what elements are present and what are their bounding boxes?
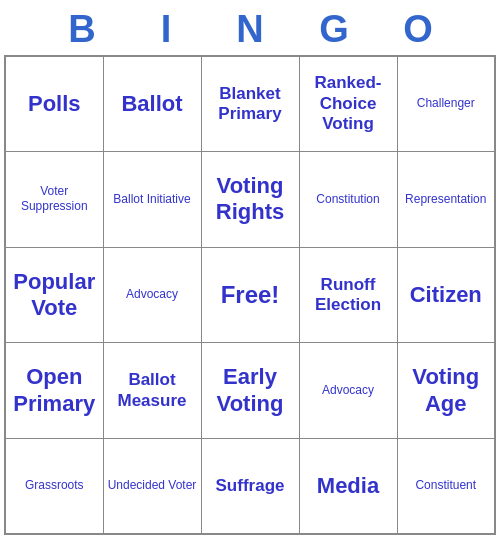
grid-cell-2-0: Popular Vote [5,247,103,343]
letter-n: N [208,8,292,51]
grid-cell-1-4: Representation [397,152,495,248]
grid-cell-3-1: Ballot Measure [103,343,201,439]
grid-cell-1-3: Constitution [299,152,397,248]
grid-cell-1-2: Voting Rights [201,152,299,248]
grid-cell-3-3: Advocacy [299,343,397,439]
grid-cell-4-2: Suffrage [201,438,299,534]
grid-cell-2-1: Advocacy [103,247,201,343]
letter-b: B [40,8,124,51]
grid-cell-4-4: Constituent [397,438,495,534]
grid-cell-0-0: Polls [5,56,103,152]
grid-cell-2-4: Citizen [397,247,495,343]
bingo-grid: PollsBallotBlanket PrimaryRanked-Choice … [4,55,496,535]
grid-cell-3-2: Early Voting [201,343,299,439]
grid-cell-0-3: Ranked-Choice Voting [299,56,397,152]
grid-cell-4-0: Grassroots [5,438,103,534]
bingo-title: B I N G O [0,0,500,55]
grid-cell-2-3: Runoff Election [299,247,397,343]
grid-cell-0-2: Blanket Primary [201,56,299,152]
grid-cell-3-4: Voting Age [397,343,495,439]
letter-o: O [376,8,460,51]
grid-cell-1-1: Ballot Initiative [103,152,201,248]
grid-cell-4-1: Undecided Voter [103,438,201,534]
grid-cell-0-4: Challenger [397,56,495,152]
letter-g: G [292,8,376,51]
grid-cell-4-3: Media [299,438,397,534]
grid-cell-3-0: Open Primary [5,343,103,439]
grid-cell-2-2: Free! [201,247,299,343]
letter-i: I [124,8,208,51]
grid-cell-0-1: Ballot [103,56,201,152]
grid-cell-1-0: Voter Suppression [5,152,103,248]
